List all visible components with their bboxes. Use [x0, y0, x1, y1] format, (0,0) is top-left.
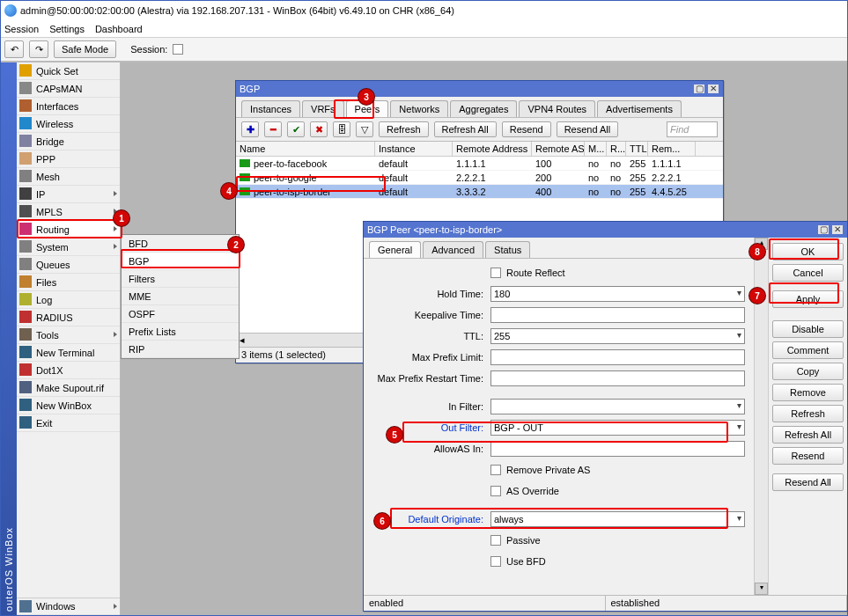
sidebar-item-ppp[interactable]: PPP — [17, 150, 120, 168]
submenu-item-bgp[interactable]: BGP — [122, 253, 239, 270]
sidebar-item-mesh[interactable]: Mesh — [17, 168, 120, 186]
session-checkbox[interactable] — [173, 44, 183, 55]
close-icon[interactable]: ✕ — [707, 84, 719, 94]
tab-instances[interactable]: Instances — [241, 100, 300, 117]
peer-window-titlebar[interactable]: BGP Peer <peer-to-isp-border> ▢ ✕ — [364, 222, 847, 238]
sidebar-item-routing[interactable]: Routing — [17, 221, 120, 238]
sidebar-item-dot1x[interactable]: Dot1X — [17, 362, 120, 379]
comment-button[interactable]: 🗄 — [333, 121, 350, 137]
sidebar-item-capsman[interactable]: CAPsMAN — [17, 80, 120, 98]
menu-dashboard[interactable]: Dashboard — [95, 24, 143, 34]
sidebar-item-new-winbox[interactable]: New WinBox — [17, 397, 120, 414]
sidebar-item-exit[interactable]: Exit — [17, 414, 120, 432]
tab-vpn4-routes[interactable]: VPN4 Routes — [519, 100, 595, 117]
table-row[interactable]: peer-to-googledefault2.2.2.1200nono2552.… — [236, 171, 723, 185]
sidebar-item-queues[interactable]: Queues — [17, 256, 120, 274]
sidebar-item-mpls[interactable]: MPLS — [17, 203, 120, 221]
sidebar-item-ip[interactable]: IP — [17, 186, 120, 203]
col-header[interactable]: Instance — [375, 142, 453, 156]
submenu-item-bfd[interactable]: BFD — [122, 235, 239, 253]
minimize-icon[interactable]: ▢ — [817, 224, 830, 235]
max-prefix-restart-input[interactable] — [490, 370, 745, 386]
tab-advanced[interactable]: Advanced — [423, 241, 483, 258]
col-header[interactable]: Remote AS — [532, 142, 585, 156]
submenu-item-rip[interactable]: RIP — [122, 341, 239, 358]
refresh-button[interactable]: Refresh — [379, 121, 429, 137]
sidebar-item-files[interactable]: Files — [17, 274, 120, 291]
menu-settings[interactable]: Settings — [49, 24, 85, 34]
col-header[interactable]: Name — [236, 142, 375, 156]
find-input[interactable]: Find — [667, 121, 718, 137]
resend-all-button[interactable]: Resend All — [557, 121, 619, 137]
copy-button[interactable]: Copy — [772, 363, 844, 380]
cell: 255 — [626, 171, 648, 184]
minimize-icon[interactable]: ▢ — [693, 84, 705, 94]
default-originate-input[interactable]: always — [490, 511, 745, 527]
forward-button[interactable]: ↷ — [29, 40, 48, 58]
in-filter-input[interactable] — [490, 399, 745, 414]
close-icon[interactable]: ✕ — [831, 224, 844, 235]
use-bfd-checkbox[interactable] — [490, 556, 501, 567]
submenu-item-prefix lists[interactable]: Prefix Lists — [122, 323, 239, 341]
bgp-window-titlebar[interactable]: BGP ▢ ✕ — [236, 81, 723, 97]
resend-button[interactable]: Resend — [502, 121, 551, 137]
sidebar-item-windows[interactable]: Windows — [17, 598, 120, 615]
keepalive-input[interactable] — [490, 307, 745, 323]
tab-advertisements[interactable]: Advertisements — [597, 100, 682, 117]
disable-button[interactable]: Disable — [772, 320, 844, 338]
safe-mode-button[interactable]: Safe Mode — [54, 40, 116, 58]
tab-vrfs[interactable]: VRFs — [302, 100, 344, 117]
add-button[interactable]: ✚ — [241, 121, 259, 137]
disable-button[interactable]: ✖ — [310, 121, 328, 137]
col-header[interactable]: R... — [607, 142, 626, 156]
submenu-item-ospf[interactable]: OSPF — [122, 305, 239, 323]
route-reflect-checkbox[interactable] — [490, 268, 501, 278]
tab-aggregates[interactable]: Aggregates — [450, 100, 517, 117]
sidebar-item-bridge[interactable]: Bridge — [17, 133, 120, 150]
resend-button[interactable]: Resend — [772, 447, 844, 465]
as-override-checkbox[interactable] — [490, 486, 501, 496]
back-button[interactable]: ↶ — [4, 40, 24, 58]
col-header[interactable]: Remote Address — [453, 142, 532, 156]
sidebar-item-radius[interactable]: RADIUS — [17, 309, 120, 326]
enable-button[interactable]: ✔ — [287, 121, 305, 137]
sidebar-item-wireless[interactable]: Wireless — [17, 115, 120, 133]
remove-private-checkbox[interactable] — [490, 465, 501, 475]
submenu-item-mme[interactable]: MME — [122, 288, 239, 305]
comment-button[interactable]: Comment — [772, 341, 844, 359]
sidebar-item-system[interactable]: System — [17, 238, 120, 256]
refresh-all-button[interactable]: Refresh All — [434, 121, 497, 137]
refresh-button[interactable]: Refresh — [772, 405, 844, 422]
sidebar-item-quick-set[interactable]: Quick Set — [17, 62, 120, 80]
sidebar-item-interfaces[interactable]: Interfaces — [17, 98, 120, 115]
passive-checkbox[interactable] — [490, 535, 501, 546]
col-header[interactable]: M... — [585, 142, 607, 156]
hold-time-input[interactable]: 180 — [490, 286, 745, 302]
allow-as-input[interactable] — [490, 441, 745, 457]
ttl-input[interactable]: 255 — [490, 328, 745, 344]
menu-session[interactable]: Session — [4, 24, 39, 34]
sidebar-icon — [19, 117, 32, 129]
apply-button[interactable]: Apply — [772, 290, 844, 308]
col-header[interactable]: TTL — [626, 142, 648, 156]
remove-button[interactable]: Remove — [772, 384, 844, 401]
out-filter-input[interactable]: BGP - OUT — [490, 420, 745, 436]
sidebar-item-make-supout-rif[interactable]: Make Supout.rif — [17, 379, 120, 397]
col-header[interactable]: Rem... — [648, 142, 696, 156]
resend-all-button[interactable]: Resend All — [772, 473, 844, 491]
ok-button[interactable]: OK — [772, 243, 844, 260]
sidebar-item-log[interactable]: Log — [17, 291, 120, 309]
filter-button[interactable]: ▽ — [356, 121, 373, 137]
tab-general[interactable]: General — [369, 241, 421, 258]
table-row[interactable]: peer-to-isp-borderdefault3.3.3.2400nono2… — [236, 185, 723, 199]
refresh-all-button[interactable]: Refresh All — [772, 426, 844, 444]
max-prefix-input[interactable] — [490, 349, 745, 365]
tab-status[interactable]: Status — [485, 241, 530, 258]
sidebar-item-new-terminal[interactable]: New Terminal — [17, 344, 120, 362]
table-row[interactable]: peer-to-facebookdefault1.1.1.1100nono255… — [236, 157, 723, 171]
tab-networks[interactable]: Networks — [390, 100, 448, 117]
sidebar-item-tools[interactable]: Tools — [17, 326, 120, 344]
submenu-item-filters[interactable]: Filters — [122, 270, 239, 288]
remove-button[interactable]: ━ — [264, 121, 282, 137]
cancel-button[interactable]: Cancel — [772, 264, 844, 282]
